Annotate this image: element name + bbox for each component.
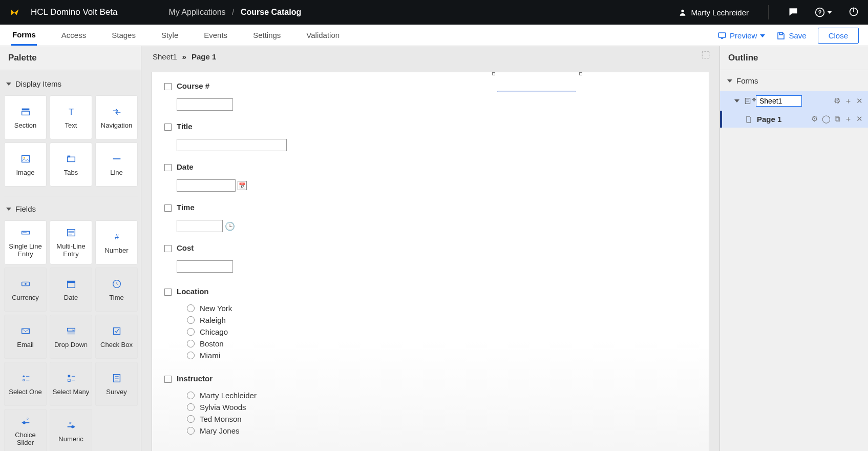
user-display[interactable]: Marty Lechreider (679, 8, 749, 17)
radio-option[interactable]: Ted Monson (187, 415, 696, 423)
palette-item-numeric[interactable]: #Numeric (50, 409, 92, 451)
svg-rect-13 (67, 157, 75, 161)
gear-icon[interactable]: ⚙ (834, 96, 840, 106)
copy-icon[interactable]: ⧉ (835, 114, 840, 124)
tab-forms[interactable]: Forms (11, 25, 37, 46)
help-icon[interactable]: ? (815, 7, 832, 17)
sheet-name-input[interactable] (756, 95, 802, 107)
breadcrumb-root[interactable]: My Applications (168, 8, 225, 16)
selection-handle[interactable] (579, 72, 582, 75)
palette-item-time[interactable]: Time (95, 268, 138, 312)
svg-rect-36 (68, 375, 70, 377)
palette-item-tabs[interactable]: Tabs (50, 142, 92, 187)
chevron-down-icon (727, 79, 732, 83)
required-checkbox[interactable] (164, 376, 172, 383)
course-number-input[interactable] (177, 98, 233, 111)
tab-validation[interactable]: Validation (305, 26, 341, 45)
palette-item-select-one[interactable]: Select One (4, 362, 47, 406)
svg-rect-7 (779, 33, 782, 35)
display-section-header[interactable]: Display Items (4, 74, 138, 93)
outline-page-row[interactable]: Page 1 ⚙ ◯ ⧉ ＋ ✕ (720, 111, 868, 128)
title-input[interactable] (177, 139, 287, 151)
svg-rect-11 (22, 155, 29, 162)
palette-item-dropdown[interactable]: Drop Down (50, 315, 92, 359)
palette-title: Palette (0, 46, 141, 70)
required-checkbox[interactable] (164, 83, 172, 90)
tab-access[interactable]: Access (60, 26, 87, 45)
palette-item-date[interactable]: Date (50, 268, 92, 312)
svg-text:#: # (69, 421, 72, 425)
page-icon (745, 115, 753, 124)
palette-item-number[interactable]: #Number (95, 220, 138, 264)
radio-option[interactable]: Mary Jones (187, 426, 696, 435)
svg-rect-4 (853, 7, 854, 11)
svg-rect-50 (702, 51, 709, 58)
preview-button[interactable]: Preview (717, 31, 765, 40)
radio-option[interactable]: Sylvia Woods (187, 403, 696, 412)
close-icon[interactable]: ✕ (856, 114, 863, 124)
time-input[interactable] (177, 220, 223, 232)
date-input[interactable] (177, 179, 236, 192)
svg-rect-5 (718, 33, 726, 37)
fields-section-header[interactable]: Fields (4, 199, 138, 218)
radio-option[interactable]: Chicago (187, 327, 696, 336)
clock-icon[interactable]: 🕒 (225, 221, 235, 231)
tab-style[interactable]: Style (160, 26, 179, 45)
svg-point-45 (23, 421, 26, 424)
form-surface[interactable]: Course # Title Date 📅 Time 🕒 Cost Locati… (152, 72, 709, 451)
radio-option[interactable]: New York (187, 304, 696, 313)
monitor-icon (717, 31, 727, 40)
palette-item-choice-slider[interactable]: 2Choice Slider (4, 409, 47, 451)
required-checkbox[interactable] (164, 289, 172, 296)
palette-item-text[interactable]: TText (50, 95, 92, 139)
outline-forms-header[interactable]: Forms (720, 70, 868, 91)
palette-item-select-many[interactable]: Select Many (50, 362, 92, 406)
required-checkbox[interactable] (164, 245, 172, 252)
palette-item-line[interactable]: Line (95, 142, 138, 187)
palette-item-section[interactable]: Section (4, 95, 47, 139)
canvas-panel: Sheet1 » Page 1 Course # Title Date 📅 Ti… (141, 46, 719, 451)
palette-item-multi-line[interactable]: Multi-Line Entry (50, 220, 92, 264)
palette-item-email[interactable]: Email (4, 315, 47, 359)
power-icon[interactable] (849, 7, 859, 18)
tab-events[interactable]: Events (203, 26, 228, 45)
nav-tabs: Forms Access Stages Style Events Setting… (0, 25, 868, 46)
tab-settings[interactable]: Settings (252, 26, 282, 45)
palette-item-survey[interactable]: Survey (95, 362, 138, 406)
close-icon[interactable]: ✕ (856, 96, 863, 106)
add-icon[interactable]: ＋ (844, 114, 852, 124)
gear-icon[interactable]: ⚙ (811, 114, 818, 124)
radio-option[interactable]: Raleigh (187, 316, 696, 324)
add-icon[interactable]: ＋ (844, 96, 852, 106)
radio-option[interactable]: Boston (187, 339, 696, 348)
required-checkbox[interactable] (164, 124, 172, 131)
radio-option[interactable]: Miami (187, 351, 696, 360)
selection-handle[interactable] (492, 72, 495, 75)
required-checkbox[interactable] (164, 164, 172, 171)
user-icon (679, 8, 687, 16)
outline-form-row[interactable]: ⌖ ⚙ ＋ ✕ (720, 91, 868, 111)
chat-icon[interactable] (788, 7, 798, 18)
close-button[interactable]: Close (818, 28, 859, 44)
palette-item-navigation[interactable]: Navigation (95, 95, 138, 139)
field-label: Location (177, 287, 209, 296)
cost-input[interactable] (177, 260, 233, 273)
selected-element[interactable] (497, 91, 576, 92)
tab-stages[interactable]: Stages (111, 26, 137, 45)
palette-item-currency[interactable]: Currency (4, 268, 47, 312)
circle-icon[interactable]: ◯ (822, 114, 831, 124)
required-checkbox[interactable] (164, 204, 172, 212)
grid-toggle-icon[interactable] (701, 50, 710, 61)
palette-item-checkbox[interactable]: Check Box (95, 315, 138, 359)
chevron-down-icon (760, 34, 765, 37)
palette-item-single-line[interactable]: Single Line Entry (4, 220, 47, 264)
save-button[interactable]: Save (776, 31, 806, 40)
outline-title: Outline (720, 46, 868, 70)
canvas-breadcrumb: Sheet1 » Page 1 (141, 46, 719, 67)
radio-option[interactable]: Marty Lechleider (187, 391, 696, 400)
svg-rect-38 (68, 379, 70, 381)
calendar-icon[interactable]: 📅 (238, 181, 247, 190)
field-label: Cost (177, 243, 194, 252)
palette-item-image[interactable]: Image (4, 142, 47, 187)
field-label: Title (177, 122, 193, 131)
